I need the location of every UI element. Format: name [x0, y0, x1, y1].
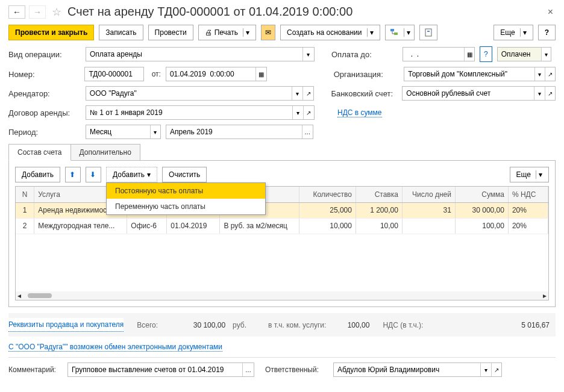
calendar-icon[interactable]: ▦ — [255, 67, 266, 81]
contract-label: Договор аренды: — [8, 108, 81, 117]
comment-input[interactable] — [68, 363, 242, 376]
ellipsis-icon[interactable]: … — [302, 125, 313, 138]
pay-until-label: Оплата до: — [331, 50, 398, 59]
col-n: N — [16, 187, 34, 202]
printer-icon: 🖨 — [205, 28, 212, 37]
chevron-down-icon: ▾ — [404, 28, 410, 37]
renter-label: Арендатор: — [8, 89, 81, 98]
add-dropdown-button[interactable]: Добавить ▾ — [106, 167, 157, 182]
date-input[interactable] — [166, 67, 255, 81]
dropdown-icon[interactable]: ▾ — [292, 87, 302, 100]
post-and-close-button[interactable]: Провести и закрыть — [8, 25, 94, 40]
seller-buyer-link[interactable]: Реквизиты продавца и покупателя — [8, 318, 124, 332]
more-label: Еще — [500, 28, 515, 37]
number-input[interactable] — [85, 67, 143, 81]
svg-rect-1 — [394, 33, 398, 35]
chevron-down-icon: ▾ — [536, 170, 542, 179]
renter-input[interactable] — [86, 87, 292, 100]
open-icon[interactable]: ↗ — [491, 363, 502, 376]
move-up-button[interactable]: ⬆ — [65, 167, 81, 182]
more-button[interactable]: Еще ▾ — [494, 25, 533, 40]
col-sum: Сумма — [455, 187, 508, 202]
bank-label: Банковский счет: — [331, 89, 397, 98]
print-label: Печать — [215, 28, 238, 37]
create-based-on-button[interactable]: Создать на основании ▾ — [280, 25, 380, 40]
vat-total-label: НДС (в т.ч.): — [380, 321, 425, 329]
currency-label: руб. — [230, 321, 249, 329]
favorite-star-icon[interactable]: ☆ — [52, 5, 61, 19]
total-value: 30 100,00 — [165, 321, 225, 329]
com-services-value: 100,00 — [333, 321, 369, 329]
structure-button[interactable]: ▾ — [385, 25, 415, 40]
org-label: Организация: — [334, 70, 400, 79]
contract-input[interactable] — [86, 106, 292, 119]
org-input[interactable] — [404, 67, 534, 81]
period-input[interactable] — [86, 125, 150, 138]
add-dropdown-label: Добавить — [113, 170, 145, 179]
col-days: Число дней — [402, 187, 455, 202]
add-row-button[interactable]: Добавить — [15, 167, 60, 182]
pay-until-help-button[interactable]: ? — [480, 46, 492, 62]
svg-rect-3 — [427, 31, 430, 32]
period-label: Период: — [8, 128, 81, 137]
edoc-exchange-link[interactable]: С "ООО "Радуга"" возможен обмен электрон… — [8, 343, 222, 352]
create-based-label: Создать на основании — [287, 28, 362, 37]
clear-button[interactable]: Очистить — [162, 167, 207, 182]
post-button[interactable]: Провести — [148, 25, 193, 40]
table-more-button[interactable]: Еще ▾ — [510, 167, 549, 182]
responsible-input[interactable] — [334, 363, 480, 376]
ellipsis-icon[interactable]: … — [242, 363, 254, 376]
move-down-button[interactable]: ⬇ — [86, 167, 101, 182]
svg-rect-2 — [425, 29, 431, 36]
from-label: от: — [149, 70, 161, 78]
nav-forward-button: → — [29, 5, 46, 19]
help-button[interactable]: ? — [538, 25, 556, 40]
services-table[interactable]: N Услуга сления Количество Ставка Число … — [15, 186, 549, 300]
op-type-input[interactable] — [86, 48, 302, 61]
open-icon[interactable]: ↗ — [303, 106, 314, 119]
bank-input[interactable] — [403, 87, 534, 100]
write-button[interactable]: Записать — [99, 25, 143, 40]
print-button[interactable]: 🖨 Печать ▾ — [198, 25, 256, 40]
number-label: Номер: — [8, 70, 80, 79]
dd-variable-part[interactable]: Переменную часть оплаты — [107, 199, 265, 214]
dropdown-icon[interactable]: ▾ — [480, 363, 491, 376]
add-dropdown-menu: Постоянную часть оплаты Переменную часть… — [106, 182, 266, 215]
dropdown-icon[interactable]: ▾ — [541, 48, 551, 61]
table-more-label: Еще — [516, 170, 531, 179]
status-input[interactable] — [498, 48, 541, 61]
attach-icon — [424, 28, 433, 37]
email-button[interactable]: ✉ — [261, 25, 275, 40]
table-row[interactable]: 1 Аренда недвижимости /месяц 25,000 1 20… — [16, 202, 548, 218]
com-services-label: в т.ч. ком. услуги: — [266, 321, 328, 329]
horizontal-scrollbar[interactable]: ◂ ▸ — [16, 291, 548, 300]
vat-link[interactable]: НДС в сумме — [337, 108, 382, 117]
chevron-down-icon: ▾ — [147, 170, 151, 179]
period-month-input[interactable] — [166, 125, 302, 138]
attach-button[interactable] — [419, 25, 437, 40]
table-row[interactable]: 2 Междугородная теле... Офис-6 01.04.201… — [16, 218, 548, 234]
vat-total-value: 5 016,67 — [513, 321, 550, 329]
dropdown-icon[interactable]: ▾ — [292, 106, 303, 119]
open-icon[interactable]: ↗ — [302, 87, 313, 100]
responsible-label: Ответственный: — [265, 366, 328, 374]
tab-composition[interactable]: Состав счета — [8, 144, 71, 161]
op-type-label: Вид операции: — [8, 50, 81, 59]
nav-back-button[interactable]: ← — [8, 5, 25, 19]
dropdown-icon[interactable]: ▾ — [534, 67, 545, 81]
dropdown-icon[interactable]: ▾ — [302, 48, 314, 61]
col-vat: % НДС — [508, 187, 548, 202]
total-label: Всего: — [134, 321, 160, 329]
close-icon[interactable]: × — [545, 7, 556, 17]
open-icon[interactable]: ↗ — [545, 67, 555, 81]
tab-additional[interactable]: Дополнительно — [70, 144, 140, 160]
dropdown-icon[interactable]: ▾ — [534, 87, 544, 100]
dropdown-icon[interactable]: ▾ — [150, 125, 160, 138]
col-rate: Ставка — [356, 187, 402, 202]
structure-icon — [389, 28, 399, 37]
open-icon[interactable]: ↗ — [545, 87, 555, 100]
dd-constant-part[interactable]: Постоянную часть оплаты — [107, 183, 265, 199]
calendar-icon[interactable]: ▦ — [464, 48, 474, 61]
comment-label: Комментарий: — [8, 366, 63, 374]
pay-until-input[interactable] — [403, 48, 464, 61]
